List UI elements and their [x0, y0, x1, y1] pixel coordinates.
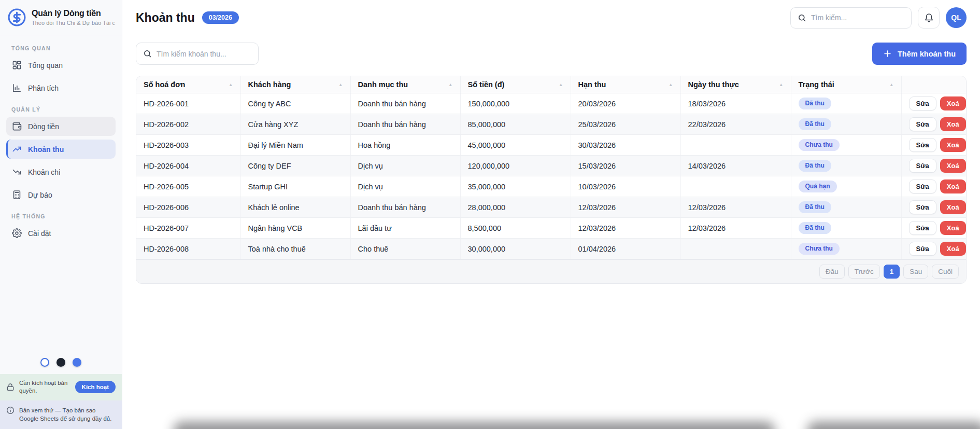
table-row: HD-2026-005Startup GHIDịch vụ35,000,0001… [136, 176, 966, 197]
pagination-button[interactable]: Sau [903, 265, 928, 279]
delete-button[interactable]: Xoá [940, 221, 966, 235]
cell-amount: 85,000,000 [460, 114, 571, 135]
cell-status: Đã thu [791, 114, 901, 135]
table-row: HD-2026-004Công ty DEFDịch vụ120,000,000… [136, 156, 966, 176]
sidebar-item-tong-quan[interactable]: Tổng quan [6, 56, 116, 75]
cell-due-date: 25/03/2026 [571, 114, 680, 135]
delete-button[interactable]: Xoá [940, 117, 966, 131]
sidebar-nav: TỔNG QUANTổng quanPhân tíchQUẢN LÝDòng t… [0, 35, 122, 246]
column-header-due-date[interactable]: Hạn thu▲ [571, 76, 680, 93]
global-search-input[interactable] [811, 13, 904, 22]
cell-category: Doanh thu bán hàng [350, 197, 460, 218]
theme-dot-blue[interactable] [73, 358, 81, 367]
sidebar-item-label: Dự báo [28, 191, 52, 199]
status-badge: Đã thu [799, 201, 831, 213]
edit-button[interactable]: Sửa [909, 242, 936, 256]
pagination-button[interactable]: Đầu [819, 265, 845, 279]
search-icon [798, 13, 806, 22]
delete-button[interactable]: Xoá [940, 96, 966, 110]
column-label: Số tiền (đ) [468, 80, 505, 89]
table-row: HD-2026-006Khách lẻ onlineDoanh thu bán … [136, 197, 966, 218]
bar-chart-icon [12, 83, 22, 93]
cell-status: Chưa thu [791, 239, 901, 259]
edit-button[interactable]: Sửa [909, 138, 936, 152]
table-row: HD-2026-001Công ty ABCDoanh thu bán hàng… [136, 93, 966, 114]
column-header-customer[interactable]: Khách hàng▲ [240, 76, 350, 93]
column-header-invoice[interactable]: Số hoá đơn▲ [136, 76, 240, 93]
cell-amount: 150,000,000 [460, 93, 571, 114]
theme-dot-dark[interactable] [56, 358, 65, 367]
pagination-page-current[interactable]: 1 [884, 265, 900, 279]
cell-customer: Cửa hàng XYZ [240, 114, 350, 135]
nav-section-label: HỆ THỐNG [11, 213, 110, 219]
cell-actions: SửaXoá [901, 197, 966, 218]
edit-button[interactable]: Sửa [909, 159, 936, 173]
sidebar-item-phan-tich[interactable]: Phân tích [6, 78, 116, 98]
column-label: Hạn thu [578, 80, 606, 89]
sort-asc-icon: ▲ [889, 82, 893, 87]
cell-customer: Ngân hàng VCB [240, 218, 350, 239]
edit-button[interactable]: Sửa [909, 96, 936, 110]
pagination-button[interactable]: Trước [848, 265, 880, 279]
add-revenue-label: Thêm khoản thu [898, 50, 956, 58]
cell-category: Doanh thu bán hàng [350, 93, 460, 114]
add-revenue-button[interactable]: Thêm khoản thu [872, 43, 967, 65]
cell-customer: Toà nhà cho thuê [240, 239, 350, 259]
table-body: HD-2026-001Công ty ABCDoanh thu bán hàng… [136, 93, 966, 259]
cell-status: Đã thu [791, 156, 901, 176]
table-search-input[interactable] [157, 50, 251, 58]
delete-button[interactable]: Xoá [940, 242, 966, 256]
table-header-row: Số hoá đơn▲Khách hàng▲Danh mục thu▲Số ti… [136, 76, 966, 93]
notifications-button[interactable] [918, 7, 940, 29]
cell-status: Đã thu [791, 197, 901, 218]
cell-amount: 8,500,000 [460, 218, 571, 239]
status-badge: Chưa thu [799, 243, 840, 254]
table-search [136, 43, 259, 65]
column-header-actual-date[interactable]: Ngày thu thực▲ [680, 76, 791, 93]
header-right: QL [790, 7, 967, 29]
cell-amount: 120,000,000 [460, 156, 571, 176]
edit-button[interactable]: Sửa [909, 221, 936, 235]
edit-button[interactable]: Sửa [909, 179, 936, 193]
cell-due-date: 30/03/2026 [571, 135, 680, 156]
delete-button[interactable]: Xoá [940, 179, 966, 193]
dashboard-icon [12, 60, 22, 70]
cell-actions: SửaXoá [901, 218, 966, 239]
cell-due-date: 15/03/2026 [571, 156, 680, 176]
table-row: HD-2026-003Đại lý Miền NamHoa hồng45,000… [136, 135, 966, 156]
theme-dot-light[interactable] [40, 358, 49, 367]
window-shadow [174, 422, 775, 429]
status-badge: Đã thu [799, 222, 831, 233]
status-badge: Chưa thu [799, 139, 840, 150]
cell-actual-date: 12/03/2026 [680, 197, 791, 218]
sidebar-item-khoan-thu[interactable]: Khoản thu [6, 140, 116, 159]
sort-asc-icon: ▲ [559, 82, 563, 87]
column-label: Số hoá đơn [144, 80, 185, 89]
edit-button[interactable]: Sửa [909, 117, 936, 131]
app-subtitle: Theo dõi Thu Chi & Dự báo Tài chính [32, 20, 115, 26]
column-header-status[interactable]: Trạng thái▲ [791, 76, 901, 93]
column-header-category[interactable]: Danh mục thu▲ [350, 76, 460, 93]
sidebar-item-du-bao[interactable]: Dự báo [6, 185, 116, 204]
sidebar-item-dong-tien[interactable]: Dòng tiền [6, 117, 116, 136]
cell-amount: 30,000,000 [460, 239, 571, 259]
avatar[interactable]: QL [946, 7, 967, 28]
activate-button[interactable]: Kích hoạt [75, 381, 116, 393]
app-titles: Quản lý Dòng tiền Theo dõi Thu Chi & Dự … [32, 9, 115, 26]
column-header-amount[interactable]: Số tiền (đ)▲ [460, 76, 571, 93]
calculator-icon [12, 190, 22, 200]
delete-button[interactable]: Xoá [940, 159, 966, 173]
pagination-button[interactable]: Cuối [932, 265, 959, 279]
trial-text: Bản xem thử — Tạo bản sao Google Sheets … [19, 406, 116, 423]
sidebar-item-khoan-chi[interactable]: Khoản chi [6, 162, 116, 182]
sidebar-item-cai-dat[interactable]: Cài đặt [6, 224, 116, 243]
cell-category: Hoa hồng [350, 135, 460, 156]
edit-button[interactable]: Sửa [909, 200, 936, 214]
license-banner: Cần kích hoạt bản quyền. Kích hoạt [0, 374, 122, 400]
delete-button[interactable]: Xoá [940, 138, 966, 152]
wallet-icon [12, 121, 22, 131]
delete-button[interactable]: Xoá [940, 200, 966, 214]
sidebar-item-label: Dòng tiền [28, 122, 59, 131]
cell-invoice: HD-2026-002 [136, 114, 240, 135]
cell-customer: Công ty DEF [240, 156, 350, 176]
